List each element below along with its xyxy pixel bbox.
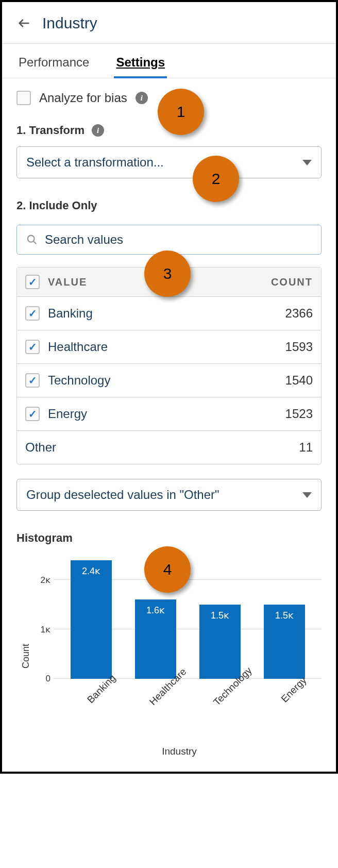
row-count: 11 <box>299 440 313 455</box>
annotation-callout-4: 4 <box>144 546 191 593</box>
y-tick: 2ᴋ <box>33 575 50 586</box>
select-all-checkbox[interactable] <box>25 275 40 289</box>
table-row: Technology 1540 <box>17 364 321 397</box>
row-checkbox[interactable] <box>25 306 40 321</box>
include-only-title: 2. Include Only <box>16 199 322 212</box>
arrow-left-icon <box>17 16 31 30</box>
tab-performance[interactable]: Performance <box>16 44 91 78</box>
group-deselected-dropdown[interactable]: Group deselected values in "Other" <box>16 479 322 511</box>
transform-title-text: 1. Transform <box>16 124 84 137</box>
row-value: Technology <box>48 373 277 388</box>
annotation-callout-2: 2 <box>193 156 239 202</box>
bar-value-label: 2.4ᴋ <box>82 565 100 577</box>
row-value: Other <box>25 440 291 455</box>
bar-banking: 2.4ᴋ <box>71 560 112 679</box>
svg-line-2 <box>33 241 37 244</box>
transform-dropdown-text: Select a transformation... <box>26 155 164 170</box>
info-icon[interactable]: i <box>92 124 104 137</box>
column-count: COUNT <box>271 276 313 288</box>
y-tick: 0 <box>33 674 50 684</box>
row-count: 1593 <box>285 340 313 354</box>
y-tick: 1ᴋ <box>33 624 50 635</box>
table-row: Banking 2366 <box>17 297 321 330</box>
row-count: 2366 <box>285 306 313 321</box>
x-cat: Banking <box>71 685 112 736</box>
bar-value-label: 1.6ᴋ <box>146 605 164 616</box>
table-row: Energy 1523 <box>17 397 321 431</box>
row-value: Energy <box>48 407 277 421</box>
table-row-other: Other 11 <box>17 431 321 464</box>
group-deselected-text: Group deselected values in "Other" <box>26 488 219 502</box>
tabs: Performance Settings <box>2 44 336 78</box>
bar-healthcare: 1.6ᴋ <box>135 599 176 679</box>
tab-settings[interactable]: Settings <box>114 44 167 78</box>
search-values-input[interactable] <box>45 232 312 247</box>
back-button[interactable] <box>16 15 32 31</box>
x-cat: Healthcare <box>135 685 176 736</box>
bar-value-label: 1.5ᴋ <box>275 610 293 621</box>
info-icon[interactable]: i <box>136 92 148 104</box>
chevron-down-icon <box>302 492 312 498</box>
bar-technology: 1.5ᴋ <box>199 605 241 679</box>
bar-energy: 1.5ᴋ <box>264 605 305 679</box>
page-header: Industry <box>2 2 336 43</box>
x-category-labels: Banking Healthcare Technology Energy <box>54 679 322 736</box>
analyze-for-bias-checkbox[interactable] <box>16 91 31 105</box>
page-title: Industry <box>42 14 97 32</box>
table-row: Healthcare 1593 <box>17 330 321 364</box>
bar-value-label: 1.5ᴋ <box>211 610 229 621</box>
row-checkbox[interactable] <box>25 373 40 388</box>
content: Analyze for bias i 1. Transform i Select… <box>2 78 336 772</box>
analyze-for-bias-label: Analyze for bias <box>39 91 127 105</box>
row-count: 1540 <box>285 373 313 388</box>
row-value: Healthcare <box>48 340 277 354</box>
row-count: 1523 <box>285 407 313 421</box>
row-value: Banking <box>48 306 277 321</box>
histogram-title: Histogram <box>16 531 322 545</box>
search-icon <box>26 234 38 245</box>
x-axis-label: Industry <box>37 746 322 757</box>
svg-point-1 <box>28 236 35 242</box>
annotation-callout-3: 3 <box>144 251 191 297</box>
row-checkbox[interactable] <box>25 407 40 421</box>
chevron-down-icon <box>302 160 312 165</box>
row-checkbox[interactable] <box>25 340 40 354</box>
x-cat: Technology <box>199 685 241 736</box>
transform-dropdown[interactable]: Select a transformation... <box>16 146 322 178</box>
annotation-callout-1: 1 <box>158 89 204 135</box>
y-axis-label: Count <box>21 644 31 669</box>
x-cat: Energy <box>264 685 305 736</box>
